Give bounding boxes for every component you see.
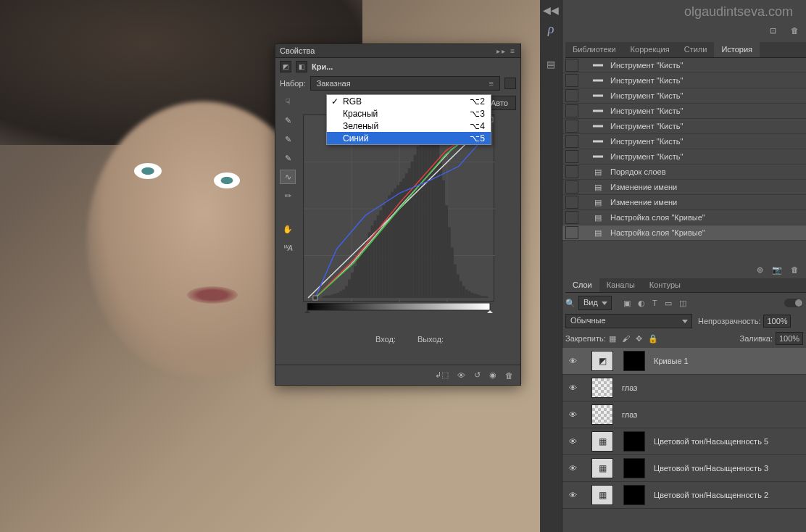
history-snapshot-checkbox[interactable] <box>565 150 578 163</box>
eyedropper-white-icon[interactable]: ✎ <box>280 113 296 128</box>
layer-row[interactable]: 👁глаз <box>562 402 806 428</box>
mask-thumb[interactable] <box>623 458 645 478</box>
tab-styles[interactable]: Стили <box>677 42 715 57</box>
history-snapshot-checkbox[interactable] <box>565 104 578 117</box>
panel-icon[interactable]: ▤ <box>540 59 562 70</box>
history-snapshot-checkbox[interactable] <box>565 165 578 178</box>
fill-value[interactable]: 100% <box>776 332 803 345</box>
text-tool-icon[interactable]: ᵂA <box>280 241 296 255</box>
trash-icon[interactable]: 🗑 <box>505 371 513 380</box>
properties-header[interactable]: Свойства ▸▸ ≡ <box>275 44 520 58</box>
history-item[interactable]: Инструмент "Кисть" <box>562 134 806 149</box>
visibility-toggle[interactable]: 👁 <box>562 383 583 392</box>
trash-icon[interactable]: 🗑 <box>791 265 799 275</box>
paragraph-panel-icon[interactable]: ρ <box>540 22 562 37</box>
input-slider[interactable] <box>303 303 494 313</box>
on-image-tool-icon[interactable]: ☟ <box>280 94 296 109</box>
history-snapshot-checkbox[interactable] <box>565 211 578 224</box>
trash-icon[interactable]: 🗑 <box>791 26 799 36</box>
history-item[interactable]: ▤Настройка слоя "Кривые" <box>562 210 806 225</box>
layer-name[interactable]: Цветовой тон/Насыщенность 2 <box>654 491 768 499</box>
history-snapshot-checkbox[interactable] <box>565 74 578 87</box>
layer-row[interactable]: 👁▦Цветовой тон/Насыщенность 5 <box>562 428 806 455</box>
history-item[interactable]: Инструмент "Кисть" <box>562 119 806 134</box>
channel-option-rgb[interactable]: ✓ RGB ⌥2 <box>327 95 491 107</box>
filter-pixel-icon[interactable]: ▣ <box>623 299 631 308</box>
history-snapshot-checkbox[interactable] <box>565 196 578 209</box>
white-point-handle[interactable] <box>487 310 493 313</box>
eyedropper-black-icon[interactable]: ✎ <box>280 151 296 165</box>
layer-name[interactable]: Цветовой тон/Насыщенность 3 <box>654 464 768 473</box>
layer-thumb[interactable] <box>591 378 613 398</box>
filter-type-dropdown[interactable]: Вид <box>578 296 612 310</box>
preset-checkbox[interactable] <box>504 78 516 89</box>
adjustment-thumb[interactable]: ▦ <box>591 485 613 505</box>
visibility-toggle[interactable]: 👁 <box>562 410 583 419</box>
history-item[interactable]: Инструмент "Кисть" <box>562 149 806 165</box>
visibility-toggle[interactable]: 👁 <box>562 464 583 473</box>
tab-history[interactable]: История <box>714 42 760 57</box>
tab-adjustments[interactable]: Коррекция <box>623 42 677 57</box>
visibility-toggle[interactable]: 👁 <box>562 437 583 446</box>
tab-libraries[interactable]: Библиотеки <box>565 42 623 57</box>
history-item[interactable]: ▤Настройка слоя "Кривые" <box>562 225 806 241</box>
panel-menu-icon[interactable]: ▸▸ ≡ <box>497 47 516 55</box>
preview-icon[interactable]: ◉ <box>489 370 497 380</box>
adjustment-thumb[interactable]: ▦ <box>591 458 613 478</box>
mask-thumb[interactable] <box>623 485 645 505</box>
channel-option-green[interactable]: Зеленый ⌥4 <box>327 120 491 132</box>
history-snapshot-checkbox[interactable] <box>565 135 578 148</box>
mask-thumb[interactable] <box>623 431 645 452</box>
adjustment-thumb[interactable]: ▦ <box>591 431 613 452</box>
history-item[interactable]: Инструмент "Кисть" <box>562 104 806 119</box>
clip-icon[interactable]: ↲⬚ <box>435 370 449 380</box>
tab-paths[interactable]: Контуры <box>642 278 688 292</box>
black-point-handle[interactable] <box>304 310 310 313</box>
filter-shape-icon[interactable]: ▭ <box>665 299 672 308</box>
hand-tool-icon[interactable]: ✋ <box>280 222 296 236</box>
blend-mode-dropdown[interactable]: Обычные <box>565 314 692 328</box>
channel-option-red[interactable]: Красный ⌥3 <box>327 107 491 120</box>
layer-row[interactable]: 👁◩Кривые 1 <box>562 348 806 375</box>
history-item[interactable]: Инструмент "Кисть" <box>562 58 806 73</box>
layer-name[interactable]: глаз <box>622 410 637 419</box>
pencil-tool-icon[interactable]: ✏ <box>280 188 296 203</box>
expand-dock-icon[interactable]: ◀◀ <box>540 4 562 16</box>
tab-channels[interactable]: Каналы <box>599 278 642 292</box>
filter-smart-icon[interactable]: ◫ <box>679 299 686 308</box>
history-snapshot-checkbox[interactable] <box>565 59 578 72</box>
lock-position-icon[interactable]: ✥ <box>636 334 642 344</box>
history-item[interactable]: Инструмент "Кисть" <box>562 73 806 88</box>
history-item[interactable]: ▤Порядок слоев <box>562 165 806 180</box>
layer-row[interactable]: 👁▦Цветовой тон/Насыщенность 2 <box>562 482 806 509</box>
history-snapshot-checkbox[interactable] <box>565 226 578 239</box>
channel-option-blue[interactable]: Синий ⌥5 <box>327 132 491 144</box>
reset-icon[interactable]: ↺ <box>474 370 481 380</box>
layer-name[interactable]: Кривые 1 <box>654 357 689 365</box>
lock-transparency-icon[interactable]: ▦ <box>609 334 616 344</box>
filter-adjust-icon[interactable]: ◐ <box>638 299 645 308</box>
history-snapshot-checkbox[interactable] <box>565 89 578 102</box>
eyedropper-gray-icon[interactable]: ✎ <box>280 132 296 146</box>
history-snapshot-checkbox[interactable] <box>565 180 578 194</box>
layer-row[interactable]: 👁глаз <box>562 375 806 402</box>
layer-thumb[interactable] <box>591 404 613 425</box>
layer-name[interactable]: глаз <box>622 383 637 392</box>
adjustment-thumb[interactable]: ◩ <box>591 351 613 371</box>
preset-dropdown[interactable]: Заказная <box>310 76 500 91</box>
opacity-value[interactable]: 100% <box>763 315 791 328</box>
history-item[interactable]: Инструмент "Кисть" <box>562 88 806 104</box>
lock-image-icon[interactable]: 🖌 <box>622 334 630 343</box>
snapshot-icon[interactable]: 📷 <box>772 265 782 275</box>
curve-tool-icon[interactable]: ∿ <box>280 170 296 184</box>
visibility-icon[interactable]: 👁 <box>457 371 465 380</box>
create-document-icon[interactable]: ⊕ <box>757 265 763 275</box>
history-item[interactable]: ▤Изменение имени <box>562 195 806 210</box>
filter-toggle[interactable] <box>784 299 803 307</box>
mask-thumb[interactable] <box>623 351 645 371</box>
lock-all-icon[interactable]: 🔒 <box>648 334 658 344</box>
layer-row[interactable]: 👁▦Цветовой тон/Насыщенность 3 <box>562 455 806 482</box>
history-snapshot-checkbox[interactable] <box>565 120 578 133</box>
filter-type-icon[interactable]: T <box>652 299 657 308</box>
new-doc-icon[interactable]: ⊡ <box>770 26 776 36</box>
